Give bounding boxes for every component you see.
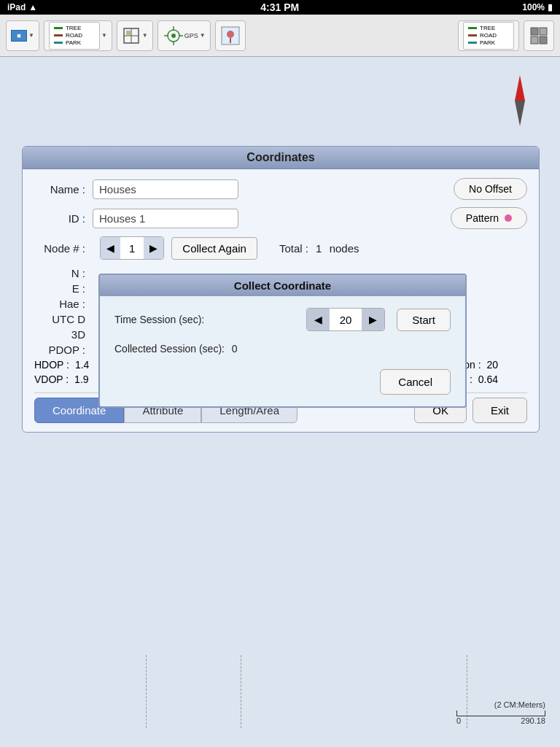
n-label: N :	[34, 267, 93, 279]
time-session-label: Time Session (sec):	[114, 314, 306, 325]
threed-label: 3D	[34, 328, 93, 341]
svg-rect-13	[531, 28, 538, 35]
scale-ratio: (2 CM:Meters)	[456, 700, 545, 709]
total-value: 1	[316, 242, 322, 255]
legend-button-1[interactable]: TREE ROAD PARK ▼	[44, 20, 112, 51]
svg-rect-3	[126, 31, 131, 35]
gps-dropdown-arrow: ▼	[200, 32, 206, 39]
time-value: 20	[330, 314, 362, 326]
node-decrement-button[interactable]: ◀	[101, 237, 120, 259]
hdop-label: HDOP :	[34, 359, 69, 371]
time-stepper: ◀ 20 ▶	[306, 308, 386, 331]
zoom-button[interactable]: ▼	[117, 20, 153, 51]
node-label: Node # :	[34, 242, 93, 255]
svg-point-5	[171, 34, 176, 38]
node-row: Node # : ◀ 1 ▶ Collect Again Total : 1 n…	[34, 236, 527, 260]
id-row: ID : Pattern	[34, 207, 527, 229]
collect-coordinate-popup: Collect Coordinate Time Session (sec): ◀…	[98, 274, 467, 408]
collect-again-button[interactable]: Collect Again	[171, 237, 257, 260]
pattern-button[interactable]: Pattern	[451, 207, 527, 229]
time-display: 4:31 PM	[260, 1, 299, 13]
svg-point-11	[227, 31, 234, 38]
session-value: 20	[486, 359, 498, 371]
north-arrow	[509, 71, 531, 130]
pattern-label: Pattern	[466, 212, 499, 224]
gps-icon	[163, 25, 184, 47]
utc-label: UTC D	[34, 313, 93, 325]
hae-label: Hae :	[34, 298, 93, 310]
zoom-dropdown-arrow: ▼	[142, 32, 148, 39]
zoom-icon	[122, 26, 141, 45]
pdop-label: PDOP :	[34, 344, 93, 356]
legend-button-2[interactable]: TREE ROAD PARK	[458, 20, 519, 51]
gps-button[interactable]: GPS ▼	[158, 20, 211, 51]
grid-button[interactable]	[524, 20, 554, 51]
cancel-row: Cancel	[114, 369, 451, 395]
collected-session-row: Collected Session (sec): 0	[114, 343, 451, 355]
collected-session-value: 0	[232, 343, 238, 355]
nodes-text: nodes	[330, 242, 359, 255]
total-label: Total : 1 nodes	[279, 242, 359, 255]
name-row: Name : No Offset	[34, 178, 527, 200]
scale-tick-end	[545, 711, 545, 716]
total-text: Total :	[279, 242, 308, 255]
battery-icon: ▮	[548, 2, 553, 12]
time-increment-button[interactable]: ▶	[362, 309, 384, 330]
node-increment-button[interactable]: ▶	[144, 237, 163, 259]
svg-rect-15	[531, 36, 538, 44]
layers-button[interactable]: ■ ▼	[6, 20, 39, 51]
collect-popup-title: Collect Coordinate	[100, 275, 465, 296]
vdop-value: 1.9	[74, 374, 88, 385]
scale-from: 0	[456, 716, 461, 725]
svg-rect-16	[540, 36, 547, 44]
residual-value: 0.64	[478, 374, 498, 385]
layers-dropdown-arrow: ▼	[28, 32, 34, 39]
vdop-label: VDOP :	[34, 374, 69, 385]
start-button[interactable]: Start	[397, 309, 451, 331]
name-label: Name :	[34, 183, 93, 196]
name-input[interactable]	[93, 179, 238, 199]
hdop-value: 1.4	[75, 359, 89, 371]
pattern-color-dot	[505, 214, 512, 222]
scale-bar: (2 CM:Meters) 0 290.18	[456, 700, 545, 725]
no-offset-button[interactable]: No Offset	[454, 178, 527, 200]
map-line-2	[241, 655, 241, 728]
svg-marker-18	[515, 101, 525, 126]
time-decrement-button[interactable]: ◀	[307, 309, 330, 330]
id-input[interactable]	[93, 209, 238, 228]
id-label: ID :	[34, 212, 93, 225]
map-view-button[interactable]	[215, 20, 246, 51]
dialog-title: Coordinates	[23, 147, 539, 169]
e-label: E :	[34, 282, 93, 295]
device-label: iPad	[7, 2, 26, 12]
status-bar: iPad ▲ 4:31 PM 100% ▮	[0, 0, 560, 15]
scale-to: 290.18	[521, 716, 545, 725]
legend1-dropdown-arrow: ▼	[101, 32, 107, 39]
map-line-1	[146, 655, 147, 728]
svg-rect-14	[540, 28, 547, 35]
node-stepper: ◀ 1 ▶	[100, 236, 164, 260]
time-session-row: Time Session (sec): ◀ 20 ▶ Start	[114, 308, 451, 331]
collected-session-label: Collected Session (sec): 0	[114, 343, 451, 355]
svg-marker-17	[515, 75, 525, 101]
wifi-icon: ▲	[28, 2, 37, 12]
toolbar: ■ ▼ TREE ROAD PARK ▼ ▼ GPS ▼	[0, 15, 560, 57]
exit-button[interactable]: Exit	[472, 398, 527, 423]
map-icon	[220, 26, 241, 46]
cancel-button[interactable]: Cancel	[380, 369, 451, 395]
node-value: 1	[120, 242, 144, 255]
grid-icon	[529, 26, 548, 45]
battery-label: 100%	[522, 2, 545, 12]
